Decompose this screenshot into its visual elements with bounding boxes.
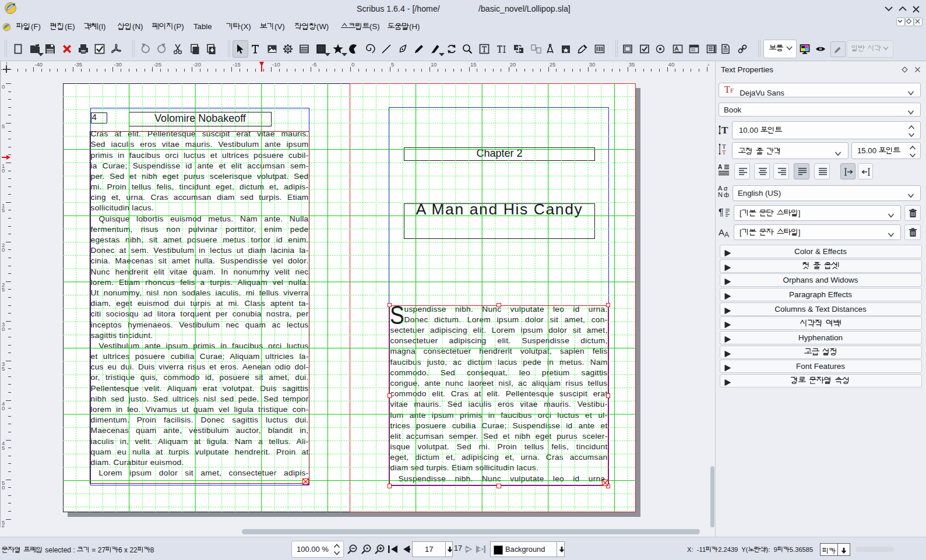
svg-text:T: T: [722, 149, 726, 156]
svg-text:¶: ¶: [719, 207, 724, 217]
svg-text:F: F: [730, 87, 734, 94]
svg-text:ф: ф: [724, 191, 729, 198]
svg-text:T: T: [721, 125, 728, 136]
svg-text:N: N: [718, 191, 723, 198]
svg-text:T: T: [724, 84, 730, 94]
svg-text:A: A: [718, 164, 722, 170]
svg-text:A: A: [724, 231, 729, 238]
svg-text:A: A: [719, 227, 724, 237]
